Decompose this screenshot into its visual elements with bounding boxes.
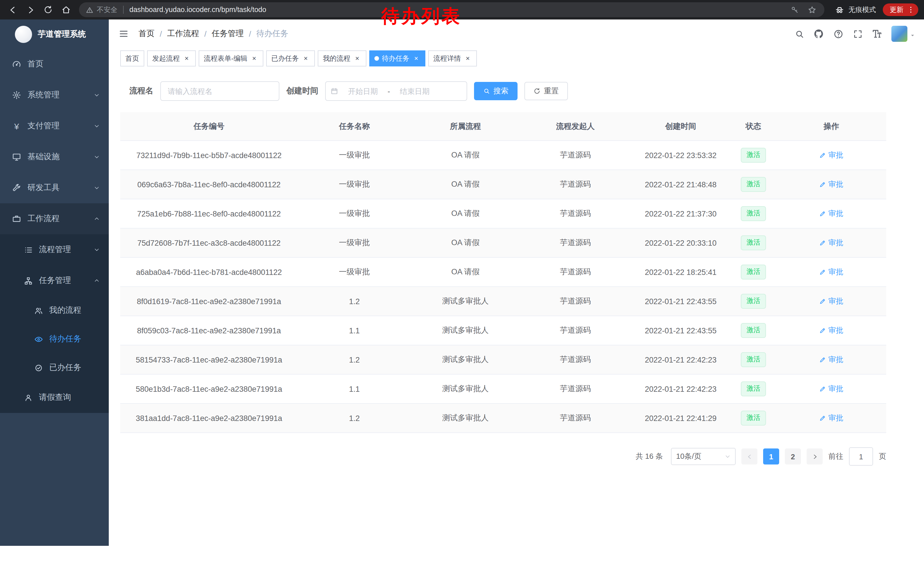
approve-link[interactable]: 审批	[819, 150, 843, 161]
status-badge: 激活	[741, 148, 766, 163]
forward-button[interactable]	[24, 3, 37, 17]
col-process: 所属流程	[411, 112, 520, 141]
approve-link[interactable]: 审批	[819, 267, 843, 277]
cell-status: 激活	[730, 404, 776, 433]
approve-link[interactable]: 审批	[819, 413, 843, 423]
table-row: 8f059c03-7ac8-11ec-a9e2-a2380e71991a 1.1…	[120, 316, 886, 345]
chevron-down-icon	[94, 123, 100, 129]
cell-process: 测试多审批人	[411, 287, 520, 316]
sidebar-item-system[interactable]: 系统管理	[0, 80, 109, 111]
breadcrumb-workflow[interactable]: 工作流程	[167, 29, 199, 39]
close-icon[interactable]: ×	[412, 54, 420, 62]
tab-process-detail[interactable]: 流程详情×	[428, 50, 477, 66]
next-page-button[interactable]	[807, 449, 823, 464]
edit-icon	[819, 239, 826, 246]
sidebar-item-devtools[interactable]: 研发工具	[0, 173, 109, 203]
page-1-button[interactable]: 1	[763, 449, 779, 464]
cell-task-name: 一级审批	[298, 141, 411, 170]
bookmark-star-icon[interactable]	[806, 4, 818, 15]
back-button[interactable]	[6, 3, 20, 17]
approve-link[interactable]: 审批	[819, 384, 843, 394]
approve-link[interactable]: 审批	[819, 354, 843, 365]
sidebar-item-label: 首页	[27, 59, 44, 69]
cell-status: 激活	[730, 316, 776, 345]
tab-form-edit[interactable]: 流程表单-编辑×	[199, 50, 263, 66]
sidebar-item-todo-tasks[interactable]: 待办任务	[0, 325, 109, 353]
chevron-up-icon	[94, 278, 100, 284]
tab-start-process[interactable]: 发起流程×	[147, 50, 196, 66]
sidebar-item-payment[interactable]: ¥ 支付管理	[0, 111, 109, 141]
search-button[interactable]: 搜索	[474, 82, 518, 100]
sidebar-item-my-process[interactable]: 我的流程	[0, 296, 109, 325]
key-icon[interactable]	[789, 4, 800, 15]
start-date-input[interactable]	[340, 87, 385, 95]
github-icon[interactable]	[813, 29, 824, 39]
search-icon[interactable]	[794, 29, 804, 39]
tab-my-process[interactable]: 我的流程×	[318, 50, 366, 66]
cell-initiator: 芋道源码	[520, 316, 631, 345]
user-icon	[23, 393, 33, 402]
process-name-input[interactable]	[160, 81, 279, 101]
user-menu[interactable]	[891, 26, 915, 42]
breadcrumb-home[interactable]: 首页	[138, 29, 154, 39]
close-icon[interactable]: ×	[183, 54, 190, 62]
user-avatar[interactable]	[891, 26, 908, 42]
security-label: 不安全	[97, 5, 117, 15]
sidebar-item-process-mgmt[interactable]: 流程管理	[0, 234, 109, 265]
help-icon[interactable]	[833, 29, 843, 39]
cell-process: 测试多审批人	[411, 404, 520, 433]
app-logo[interactable]: 芋道管理系统	[0, 20, 109, 49]
approve-link[interactable]: 审批	[819, 238, 843, 248]
cell-process: OA 请假	[411, 257, 520, 287]
cell-action: 审批	[776, 345, 886, 374]
close-icon[interactable]: ×	[302, 54, 310, 62]
close-icon[interactable]: ×	[250, 54, 258, 62]
wrench-icon	[12, 183, 22, 192]
prev-page-button[interactable]	[741, 449, 758, 464]
sidebar-item-home[interactable]: 首页	[0, 49, 109, 80]
approve-link[interactable]: 审批	[819, 179, 843, 189]
tab-todo-tasks[interactable]: 待办任务×	[369, 50, 425, 66]
approve-link[interactable]: 审批	[819, 296, 843, 306]
approve-link[interactable]: 审批	[819, 325, 843, 336]
logo-avatar	[15, 26, 32, 43]
close-icon[interactable]: ×	[464, 54, 472, 62]
end-date-input[interactable]	[393, 87, 437, 95]
hamburger-icon[interactable]	[118, 28, 129, 39]
date-range-picker[interactable]: -	[325, 81, 467, 101]
reset-button[interactable]: 重置	[524, 82, 568, 100]
sidebar-item-task-mgmt[interactable]: 任务管理	[0, 265, 109, 296]
approve-link[interactable]: 审批	[819, 209, 843, 219]
cell-created: 2022-01-21 22:42:23	[631, 345, 730, 374]
cell-task-id: 069c6a63-7b8a-11ec-8ef0-acde48001122	[120, 170, 298, 199]
edit-icon	[819, 386, 826, 392]
table-row: 725a1eb6-7b88-11ec-8ef0-acde48001122 一级审…	[120, 199, 886, 228]
sidebar-item-workflow[interactable]: 工作流程	[0, 203, 109, 234]
dashboard-icon	[12, 60, 22, 69]
total-count: 共 16 条	[636, 451, 663, 462]
tab-home[interactable]: 首页	[120, 50, 144, 66]
page-2-button[interactable]: 2	[785, 449, 801, 464]
eye-icon	[33, 335, 44, 343]
sidebar-item-infra[interactable]: 基础设施	[0, 141, 109, 173]
page-size-select[interactable]: 10条/页	[671, 448, 736, 465]
refresh-button[interactable]	[41, 3, 55, 17]
fullscreen-icon[interactable]	[852, 29, 863, 39]
sidebar-item-done-tasks[interactable]: 已办任务	[0, 353, 109, 382]
briefcase-icon	[12, 214, 22, 224]
tab-done-tasks[interactable]: 已办任务×	[266, 50, 315, 66]
sidebar-item-leave-query[interactable]: 请假查询	[0, 382, 109, 413]
breadcrumb-current: 待办任务	[256, 29, 288, 39]
home-button[interactable]	[59, 3, 73, 17]
goto-page-input[interactable]	[849, 447, 873, 465]
search-icon	[483, 88, 490, 95]
breadcrumb-task-mgmt[interactable]: 任务管理	[212, 29, 244, 39]
menu-dots-icon[interactable]	[907, 6, 915, 14]
font-size-icon[interactable]	[872, 29, 882, 39]
close-icon[interactable]: ×	[353, 54, 361, 62]
update-button[interactable]: 更新	[883, 3, 918, 16]
cell-initiator: 芋道源码	[520, 141, 631, 170]
browser-chrome: 不安全 dashboard.yudao.iocoder.cn/bpm/task/…	[0, 0, 924, 20]
breadcrumb-separator: /	[204, 29, 207, 38]
range-separator: -	[388, 87, 390, 95]
